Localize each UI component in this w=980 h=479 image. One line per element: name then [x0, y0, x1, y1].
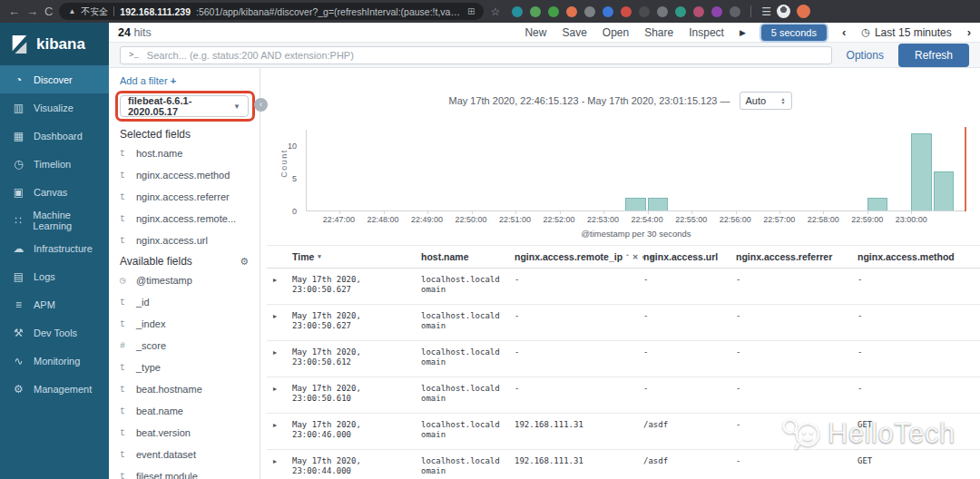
extension-icon[interactable]: [530, 6, 541, 17]
sort-icon[interactable]: ▾: [318, 253, 321, 260]
sidebar-item-label: Logs: [34, 271, 55, 282]
field-item-beat-hostname[interactable]: tbeat.hostname: [120, 378, 249, 400]
sidebar-item-machine-learning[interactable]: ∷Machine Learning: [0, 206, 109, 234]
forward-icon[interactable]: →: [26, 0, 38, 23]
index-pattern-label: filebeat-6.6.1-2020.05.17: [128, 95, 233, 117]
expand-row-icon[interactable]: ▸: [267, 450, 292, 479]
field-item-beat-name[interactable]: tbeat.name: [120, 400, 249, 422]
field-item-beat-version[interactable]: tbeat.version: [120, 422, 249, 444]
url-cell: /asdf: [643, 450, 736, 479]
field-type-badge: t: [120, 298, 128, 308]
x-axis-tick-label: 22:50:00: [455, 215, 486, 224]
profile-avatar[interactable]: [777, 5, 790, 18]
reading-list-icon[interactable]: ☰: [761, 5, 770, 18]
field-item-nginx-access-method[interactable]: tnginx.access.method: [120, 164, 249, 186]
search-input[interactable]: [147, 50, 823, 61]
url-path: :5601/app/kibana#/discover?_g=(refreshIn…: [196, 6, 462, 17]
time-range-picker[interactable]: ◷ Last 15 minutes: [861, 26, 951, 39]
expand-row-icon[interactable]: ▸: [267, 341, 292, 376]
field-item-id[interactable]: t_id: [120, 291, 249, 313]
x-axis-tick: [736, 210, 737, 214]
extension-icon[interactable]: [693, 6, 704, 17]
hits-number: 24: [118, 26, 131, 39]
field-item-nginx-access-referrer[interactable]: tnginx.access.referrer: [120, 186, 249, 208]
column-header-nginx-access-url[interactable]: nginx.access.url: [643, 251, 736, 262]
field-item-nginx-access-remote[interactable]: tnginx.access.remote...: [120, 208, 249, 230]
add-filter-link[interactable]: Add a filter +: [120, 75, 249, 86]
field-type-badge: t: [120, 363, 128, 373]
sidebar-item-timelion[interactable]: ◷Timelion: [0, 150, 109, 178]
dev-tools-wrench-icon: ⚒: [12, 327, 25, 339]
extension-icon[interactable]: [512, 6, 523, 17]
field-item-fileset-module[interactable]: tfileset.module: [120, 465, 249, 479]
account-avatar[interactable]: [797, 5, 810, 18]
column-header-nginx-access-remote-ip[interactable]: nginx.access.remote_ipˆ✕«»: [514, 251, 643, 262]
kibana-sidebar: kibana ◔Discover▥Visualize▦Dashboard◷Tim…: [0, 23, 109, 479]
extension-icon[interactable]: [621, 6, 632, 17]
toolbar-share-button[interactable]: Share: [644, 26, 673, 39]
expand-row-icon[interactable]: ▸: [267, 305, 292, 340]
play-refresh-icon[interactable]: ▶: [740, 28, 746, 37]
toolbar-new-button[interactable]: New: [524, 26, 546, 39]
collapse-sidebar-button[interactable]: ‹: [254, 98, 268, 112]
field-item-host-name[interactable]: thost.name: [120, 142, 249, 164]
extension-icon[interactable]: [566, 6, 577, 17]
interval-select[interactable]: Auto ▲▼: [740, 92, 792, 110]
address-bar[interactable]: ▲ 不安全 192.168.111.239 :5601/app/kibana#/…: [59, 3, 484, 20]
x-axis-tick: [427, 210, 428, 214]
time-back-chevron-icon[interactable]: ‹: [842, 25, 846, 39]
kibana-logo[interactable]: kibana: [0, 23, 109, 65]
sidebar-item-monitoring[interactable]: ∿Monitoring: [0, 347, 109, 375]
expand-row-icon[interactable]: ▸: [267, 414, 292, 449]
method-cell: GET: [858, 414, 980, 449]
extension-icon[interactable]: [639, 6, 650, 17]
time-forward-chevron-icon[interactable]: ›: [967, 25, 971, 39]
sidebar-item-dashboard[interactable]: ▦Dashboard: [0, 122, 109, 150]
bookmark-star-icon[interactable]: ☆: [490, 5, 500, 18]
options-link[interactable]: Options: [847, 49, 884, 62]
field-item-timestamp[interactable]: ◷@timestamp: [120, 269, 249, 291]
sidebar-item-dev-tools[interactable]: ⚒Dev Tools: [0, 318, 109, 347]
column-header-nginx-access-method[interactable]: nginx.access.method: [858, 251, 980, 262]
sort-column-icon[interactable]: ˆ: [626, 253, 629, 261]
field-item-score[interactable]: #_score: [120, 335, 249, 357]
column-header-host-name[interactable]: host.name: [421, 251, 514, 262]
sidebar-item-discover[interactable]: ◔Discover: [0, 65, 109, 93]
sidebar-item-apm[interactable]: ≡APM: [0, 290, 109, 318]
extension-icon[interactable]: [603, 6, 613, 17]
divider: [113, 6, 114, 16]
remove-column-icon[interactable]: ✕: [632, 253, 639, 261]
sidebar-item-management[interactable]: ⚙Management: [0, 375, 109, 403]
field-item-nginx-access-url[interactable]: tnginx.access.url: [120, 230, 249, 251]
field-item-event-dataset[interactable]: tevent.dataset: [120, 444, 249, 465]
gear-icon[interactable]: ⚙: [240, 256, 249, 268]
expand-row-icon[interactable]: ▸: [267, 377, 292, 413]
translate-icon[interactable]: ⊞: [467, 6, 475, 16]
expand-row-icon[interactable]: ▸: [267, 269, 292, 304]
back-icon[interactable]: ←: [8, 0, 20, 23]
refresh-button[interactable]: Refresh: [898, 44, 969, 67]
refresh-interval-button[interactable]: 5 seconds: [761, 24, 827, 41]
index-pattern-dropdown[interactable]: filebeat-6.6.1-2020.05.17 ▼: [120, 95, 249, 117]
column-header-time[interactable]: Time▾: [292, 251, 421, 262]
field-type-badge: t: [120, 149, 128, 159]
sidebar-item-logs[interactable]: ▤Logs: [0, 262, 109, 290]
extension-icon[interactable]: [657, 6, 668, 17]
toolbar-open-button[interactable]: Open: [603, 26, 629, 39]
sidebar-item-infrastructure[interactable]: ☁Infrastructure: [0, 234, 109, 262]
sidebar-item-canvas[interactable]: ▣Canvas: [0, 178, 109, 206]
toolbar-inspect-button[interactable]: Inspect: [689, 26, 724, 39]
column-header-nginx-access-referrer[interactable]: nginx.access.referrer: [736, 251, 858, 262]
sidebar-item-visualize[interactable]: ▥Visualize: [0, 93, 109, 122]
reload-icon[interactable]: C: [44, 0, 53, 23]
field-item-type[interactable]: t_type: [120, 357, 249, 378]
histogram-bar: [625, 198, 645, 210]
extension-icon[interactable]: [548, 6, 559, 17]
toolbar-save-button[interactable]: Save: [562, 26, 586, 39]
field-name: event.dataset: [136, 449, 196, 460]
extension-icon[interactable]: [730, 6, 740, 17]
extension-icon[interactable]: [584, 6, 595, 17]
extension-icon[interactable]: [675, 6, 686, 17]
extension-icon[interactable]: [711, 6, 722, 17]
field-item-index[interactable]: t_index: [120, 313, 249, 335]
